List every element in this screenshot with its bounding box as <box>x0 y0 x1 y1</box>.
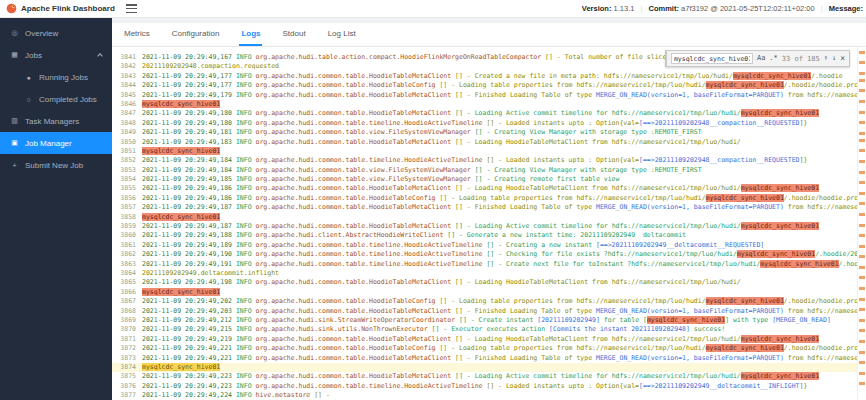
close-find-icon[interactable]: × <box>840 55 845 63</box>
line-number: 3864 <box>112 269 142 278</box>
log-logger: org.apache.hudi.common.table.view.FileSy… <box>256 128 475 136</box>
next-match-icon[interactable]: ↓ <box>832 55 836 62</box>
tab-configuration[interactable]: Configuration <box>170 29 222 46</box>
log-line[interactable]: 38602021-11-09 20:29:49,188 INFO org.apa… <box>112 231 866 240</box>
menu-toggle-icon[interactable] <box>126 4 137 13</box>
jobs-icon: ▦ <box>10 51 19 59</box>
overview-ruler[interactable] <box>857 47 866 400</box>
log-timestamp: 2021-11-09 20:29:49,221 <box>142 344 236 352</box>
log-line[interactable]: 38552021-11-09 20:29:49,186 INFO org.apa… <box>112 184 866 193</box>
sidebar-item-job-manager[interactable]: ▣Job Manager <box>0 132 112 154</box>
log-line[interactable]: 38692021-11-09 20:29:49,212 INFO org.apa… <box>112 316 866 325</box>
log-timestamp: 2021-11-09 20:29:49,186 <box>142 184 236 192</box>
line-number: 3871 <box>112 335 142 344</box>
log-line[interactable]: 38762021-11-09 20:29:49,223 INFO org.apa… <box>112 382 866 391</box>
log-line[interactable]: 38612021-11-09 20:29:49,189 INFO org.apa… <box>112 241 866 250</box>
log-message: mysqlcdc_sync_hive01 <box>142 147 220 155</box>
log-line-wrap[interactable]: 386420211109202949.deltacommit.inflight <box>112 269 866 278</box>
log-logger: org.apache.hudi.common.table.view.FileSy… <box>256 166 475 174</box>
tab-logs[interactable]: Logs <box>239 29 262 46</box>
tabs-bar: MetricsConfigurationLogsStdoutLog List <box>112 23 866 47</box>
search-match-mark <box>859 287 865 290</box>
log-line[interactable]: 38712021-11-09 20:29:49,219 INFO org.apa… <box>112 335 866 344</box>
log-line[interactable]: 38652021-11-09 20:29:49,198 INFO org.apa… <box>112 278 866 287</box>
log-editor[interactable]: 38412021-11-09 20:29:49,167 INFO org.apa… <box>112 47 866 400</box>
log-logger: org.apache.hudi.common.table.HoodieTable… <box>256 91 456 99</box>
regex-icon[interactable]: .* <box>769 55 777 62</box>
log-line-content: 2021-11-09 20:29:49,224 INFO hive.metast… <box>142 391 866 400</box>
log-line[interactable]: 38682021-11-09 20:29:49,203 INFO org.apa… <box>112 307 866 316</box>
log-line-wrap[interactable]: 3846mysqlcdc_sync_hive01 <box>112 100 866 109</box>
tab-stdout[interactable]: Stdout <box>280 29 307 46</box>
log-line-wrap[interactable]: 3874mysqlcdc_sync_hive01 <box>112 363 866 372</box>
prev-match-icon[interactable]: ↑ <box>824 55 828 62</box>
log-logger: org.apache.hudi.common.table.HoodieTable… <box>256 278 456 286</box>
log-line-content: 2021-11-09 20:29:49,191 INFO org.apache.… <box>142 260 866 269</box>
log-line[interactable]: 38772021-11-09 20:29:49,224 INFO hive.me… <box>112 391 866 400</box>
log-level: INFO <box>236 53 256 61</box>
version-label: Version: <box>582 4 612 13</box>
log-timestamp: 2021-11-09 20:29:49,181 <box>142 128 236 136</box>
log-line[interactable]: 38592021-11-09 20:29:49,187 INFO org.apa… <box>112 222 866 231</box>
log-line-wrap[interactable]: 3858mysqlcdc_sync_hive01 <box>112 213 866 222</box>
find-widget: Aa .* 33 of 185 ↑ ↓ × <box>665 50 850 67</box>
token: [==>20211109202949__deltacommit__INFLIGH… <box>639 382 803 390</box>
log-line[interactable]: 38752021-11-09 20:29:49,223 INFO org.apa… <box>112 372 866 381</box>
search-match-mark <box>859 100 865 103</box>
log-line[interactable]: 38482021-11-09 20:29:49,180 INFO org.apa… <box>112 119 866 128</box>
log-level: INFO <box>236 297 256 305</box>
search-match: mysqlcdc_sync_hive01 <box>706 81 784 89</box>
search-match: mysqlcdc_sync_hive01 <box>741 184 819 192</box>
log-line[interactable]: 38452021-11-09 20:29:49,179 INFO org.apa… <box>112 91 866 100</box>
log-line[interactable]: 38522021-11-09 20:29:49,184 INFO org.apa… <box>112 156 866 165</box>
log-line[interactable]: 38572021-11-09 20:29:49,187 INFO org.apa… <box>112 203 866 212</box>
log-line-wrap[interactable]: 3851mysqlcdc_sync_hive01 <box>112 147 866 156</box>
search-match-mark <box>859 361 865 364</box>
log-line[interactable]: 38492021-11-09 20:29:49,181 INFO org.apa… <box>112 128 866 137</box>
search-match-mark <box>859 382 865 385</box>
log-line[interactable]: 38632021-11-09 20:29:49,191 INFO org.apa… <box>112 260 866 269</box>
log-line-content: 2021-11-09 20:29:49,221 INFO org.apache.… <box>142 354 866 363</box>
log-line[interactable]: 38722021-11-09 20:29:49,221 INFO org.apa… <box>112 344 866 353</box>
tab-log-list[interactable]: Log List <box>326 29 358 46</box>
log-line[interactable]: 38622021-11-09 20:29:49,190 INFO org.apa… <box>112 250 866 259</box>
flink-logo-icon <box>6 3 17 14</box>
log-level: INFO <box>236 72 256 80</box>
sidebar-item-task-managers[interactable]: ▥Task Managers <box>0 110 112 132</box>
log-line[interactable]: 38542021-11-09 20:29:49,185 INFO org.apa… <box>112 175 866 184</box>
log-line[interactable]: 38562021-11-09 20:29:49,186 INFO org.apa… <box>112 194 866 203</box>
search-match: mysqlcdc_sync_hive01 <box>142 100 220 108</box>
log-line[interactable]: 38502021-11-09 20:29:49,183 INFO org.apa… <box>112 138 866 147</box>
sidebar-item-running-jobs[interactable]: ●Running Jobs <box>0 66 112 88</box>
log-logger: org.apache.hudi.common.table.HoodieTable… <box>256 81 440 89</box>
log-line[interactable]: 38472021-11-09 20:29:49,180 INFO org.apa… <box>112 109 866 118</box>
log-line[interactable]: 38532021-11-09 20:29:49,184 INFO org.apa… <box>112 166 866 175</box>
search-match: mysqlcdc_sync_hive01 <box>706 344 784 352</box>
sidebar-item-completed-jobs[interactable]: ○Completed Jobs <box>0 88 112 110</box>
sidebar-item-jobs[interactable]: ▦Jobs <box>0 44 112 66</box>
log-line[interactable]: 38702021-11-09 20:29:49,215 INFO org.apa… <box>112 325 866 334</box>
line-number: 3870 <box>112 325 142 334</box>
sidebar-item-submit-new-job[interactable]: +Submit New Job <box>0 154 112 176</box>
search-match-mark <box>859 224 865 227</box>
search-match: mysqlcdc_sync_hive01 <box>741 335 819 343</box>
log-line[interactable]: 38732021-11-09 20:29:49,221 INFO org.apa… <box>112 354 866 363</box>
log-line[interactable]: 38442021-11-09 20:29:49,177 INFO org.apa… <box>112 81 866 90</box>
line-number: 3860 <box>112 231 142 240</box>
log-line-wrap[interactable]: 3866mysqlcdc_sync_hive01 <box>112 288 866 297</box>
log-line-content: 2021-11-09 20:29:49,188 INFO org.apache.… <box>142 231 866 240</box>
search-match-mark <box>859 192 865 195</box>
match-case-icon[interactable]: Aa <box>757 55 765 62</box>
log-logger: org.apache.hudi.common.table.timeline.Ho… <box>256 382 487 390</box>
log-logger: org.apache.hudi.common.table.HoodieTable… <box>256 194 440 202</box>
log-message: [] - Loading table properties from hdfs:… <box>439 81 866 89</box>
find-input[interactable] <box>671 53 753 64</box>
tab-metrics[interactable]: Metrics <box>122 29 152 46</box>
token: [20211109202949] <box>537 316 600 324</box>
search-match-mark <box>859 171 865 174</box>
search-match-mark <box>859 245 865 248</box>
sidebar-item-overview[interactable]: ◎Overview <box>0 22 112 44</box>
log-line[interactable]: 38672021-11-09 20:29:49,202 INFO org.apa… <box>112 297 866 306</box>
log-line[interactable]: 38432021-11-09 20:29:49,177 INFO org.apa… <box>112 72 866 81</box>
search-match-mark <box>859 372 865 375</box>
